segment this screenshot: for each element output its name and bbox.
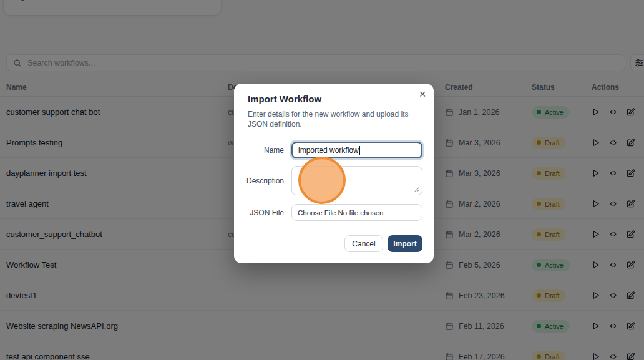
description-field[interactable] bbox=[291, 166, 422, 195]
import-button[interactable]: Import bbox=[388, 235, 422, 252]
text-caret bbox=[359, 146, 361, 155]
name-field-value: imported workflow bbox=[298, 146, 359, 155]
modal-subtitle: Enter details for the new workflow and u… bbox=[248, 109, 424, 129]
json-file-label: JSON File bbox=[234, 208, 284, 217]
resize-handle-icon[interactable] bbox=[414, 187, 419, 192]
name-label: Name bbox=[234, 146, 284, 155]
name-field[interactable]: imported workflow bbox=[291, 142, 422, 158]
json-file-value: Choose File No file chosen bbox=[298, 209, 383, 216]
close-icon[interactable]: ✕ bbox=[419, 90, 426, 99]
cancel-button[interactable]: Cancel bbox=[344, 235, 383, 252]
json-file-field[interactable]: Choose File No file chosen bbox=[291, 204, 422, 221]
modal-title: Import Workflow bbox=[248, 94, 321, 104]
import-workflow-modal: ✕ Import Workflow Enter details for the … bbox=[234, 84, 434, 263]
workflows-page: Name Description Created Status Actions … bbox=[0, 0, 644, 360]
description-label: Description bbox=[234, 177, 284, 185]
